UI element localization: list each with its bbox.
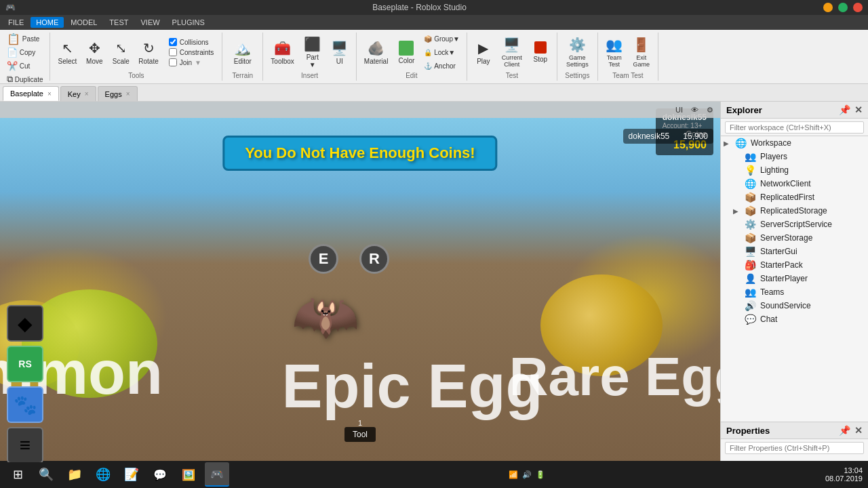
tree-item-serverstorage[interactable]: 📦 ServerStorage (721, 231, 868, 245)
tree-item-lighting[interactable]: 💡 Lighting (721, 163, 868, 177)
viewport-ui-label: UI (673, 105, 686, 115)
taskbar-messenger[interactable]: 💬 (148, 462, 172, 487)
viewport-eye-icon[interactable]: 👁 (688, 105, 701, 115)
hud-coins-table: doknesik55 15,900 (623, 129, 713, 144)
tab-key-close[interactable]: × (85, 90, 89, 98)
explorer-controls: 📌 ✕ (839, 104, 863, 115)
menu-test[interactable]: TEST (104, 17, 134, 28)
properties-pin-icon[interactable]: 📌 (839, 425, 850, 436)
copy-button[interactable]: 📄 Copy (4, 46, 45, 58)
material-button[interactable]: 🪨 Material (361, 35, 392, 70)
menu-plugins[interactable]: PLUGINS (167, 17, 210, 28)
tree-item-serverscriptservice[interactable]: ⚙️ ServerScriptService (721, 218, 868, 231)
game-settings-button[interactable]: ⚙️ Game Settings (563, 35, 592, 70)
hud-btn-menu[interactable]: ≡ (7, 427, 43, 462)
tree-item-workspace[interactable]: ▶ 🌐 Workspace (721, 136, 868, 150)
taskbar-browser[interactable]: 🌐 (91, 462, 115, 487)
key-r-button[interactable]: R (359, 244, 389, 274)
tree-item-replicated-first[interactable]: 📦 ReplicatedFirst (721, 190, 868, 204)
paste-button[interactable]: 📋 Paste (4, 33, 45, 45)
explorer-pin-icon[interactable]: 📌 (839, 104, 850, 115)
menu-home[interactable]: HOME (31, 17, 64, 28)
hud-btn-paw[interactable]: 🐾 (7, 386, 43, 423)
tab-key[interactable]: Key × (60, 86, 96, 101)
serverscriptservice-icon: ⚙️ (745, 219, 756, 230)
viewport[interactable]: UI 👁 ⚙ doknesik55 Account: 13+ Coins 15,… (0, 102, 720, 462)
taskbar-clock[interactable]: 13:04 08.07.2019 (825, 466, 863, 483)
tree-item-soundservice[interactable]: 🔊 SoundService (721, 299, 868, 312)
toolbar-settings-group: ⚙️ Game Settings Settings (557, 33, 598, 81)
tree-item-players[interactable]: 👥 Players (721, 150, 868, 163)
startergui-label: StarterGui (760, 247, 797, 256)
workspace-icon: 🌐 (735, 138, 747, 148)
anchor-button[interactable]: ⚓ Anchor (421, 60, 462, 72)
collisions-checkbox[interactable] (169, 38, 177, 46)
tab-baseplate-close[interactable]: × (47, 90, 52, 98)
hud-btn-diamond[interactable]: ◆ (7, 305, 43, 342)
taskbar-photos[interactable]: 🖼️ (176, 462, 201, 487)
taskbar-system-tray: 📶 🔊 🔋 (509, 470, 545, 479)
group-button[interactable]: 📦 Group▼ (421, 33, 462, 45)
taskbar-roblox-studio[interactable]: 🎮 (205, 462, 229, 487)
cut-button[interactable]: ✂️ Cut (4, 60, 45, 72)
move-button[interactable]: ✥ Move (82, 35, 106, 70)
menu-view[interactable]: VIEW (135, 17, 165, 28)
exit-game-button[interactable]: 🚪 Exit Game (629, 35, 654, 70)
menu-file[interactable]: FILE (3, 17, 29, 28)
ui-button[interactable]: 🖥️ UI (328, 35, 352, 70)
menu-model[interactable]: MODEL (65, 17, 102, 28)
join-checkbox[interactable] (169, 58, 177, 66)
taskbar-notepad[interactable]: 📝 (119, 462, 144, 487)
scale-button[interactable]: ⤡ Scale (108, 35, 133, 70)
constraints-checkbox[interactable] (169, 48, 177, 56)
properties-close-icon[interactable]: ✕ (854, 425, 863, 436)
tree-item-chat[interactable]: 💬 Chat (721, 312, 868, 326)
properties-search-input[interactable] (725, 442, 864, 454)
menu-bar: FILE HOME MODEL TEST VIEW PLUGINS (0, 15, 868, 30)
viewport-settings-icon[interactable]: ⚙ (704, 105, 716, 115)
tab-baseplate[interactable]: Baseplate × (3, 86, 59, 101)
editor-button[interactable]: 🏔️ Editor (231, 35, 255, 70)
part-button[interactable]: ⬛ Part▼ (300, 35, 325, 70)
tree-item-starterplayer[interactable]: 👤 StarterPlayer (721, 272, 868, 285)
rotate-button[interactable]: ↻ Rotate (135, 35, 161, 70)
toolbar-test-group: ▶ Play 🖥️ Current Client Stop Test (467, 33, 557, 81)
epic-egg-text: Epic Egg (281, 352, 542, 422)
lock-button[interactable]: 🔒 Lock▼ (421, 46, 462, 58)
explorer-close-icon[interactable]: ✕ (854, 104, 863, 115)
tree-item-teams[interactable]: 👥 Teams (721, 285, 868, 299)
select-button[interactable]: ↖ Select (54, 35, 80, 70)
tray-volume-icon: 🔊 (522, 470, 532, 479)
stop-button[interactable]: Stop (528, 35, 553, 70)
tree-item-networkclient[interactable]: 🌐 NetworkClient (721, 177, 868, 190)
hud-table-coins: 15,900 (683, 131, 708, 141)
taskbar-start-button[interactable]: ⊞ (5, 462, 30, 487)
taskbar-time: 13:04 (825, 466, 863, 474)
current-client-button[interactable]: 🖥️ Current Client (498, 35, 526, 70)
minimize-button[interactable] (823, 3, 833, 12)
tree-item-startergui[interactable]: 🖥️ StarterGui (721, 245, 868, 258)
team-test-buttons: 👥 Team Test 🚪 Exit Game (602, 33, 654, 72)
hud-btn-rs[interactable]: RS (7, 346, 43, 382)
serverstorage-label: ServerStorage (760, 233, 812, 243)
tree-item-starterpack[interactable]: 🎒 StarterPack (721, 258, 868, 272)
taskbar-file-explorer[interactable]: 📁 (62, 462, 87, 487)
viewport-toolbar: UI 👁 ⚙ (0, 102, 720, 118)
taskbar-search[interactable]: 🔍 (34, 462, 58, 487)
left-hud: ◆ RS 🐾 ≡ (7, 305, 43, 462)
play-button[interactable]: ▶ Play (471, 35, 496, 70)
maximize-button[interactable] (838, 3, 848, 12)
tree-item-replicated-storage[interactable]: ▶ 📦 ReplicatedStorage (721, 204, 868, 218)
key-e-button[interactable]: E (309, 244, 338, 274)
duplicate-button[interactable]: ⧉ Duplicate (4, 73, 45, 85)
team-test-button[interactable]: 👥 Team Test (602, 35, 627, 70)
tab-eggs-close[interactable]: × (126, 90, 130, 98)
terrain-label: Terrain (233, 72, 254, 81)
close-button[interactable] (853, 3, 863, 12)
toolbar-tools-group: ↖ Select ✥ Move ⤡ Scale ↻ Rotate (50, 33, 222, 81)
join-label: Join (180, 59, 192, 66)
explorer-search-input[interactable] (725, 121, 864, 134)
color-button[interactable]: Color (394, 35, 418, 70)
tab-eggs[interactable]: Eggs × (98, 86, 138, 101)
toolbox-button[interactable]: 🧰 Toolbox (267, 35, 297, 70)
